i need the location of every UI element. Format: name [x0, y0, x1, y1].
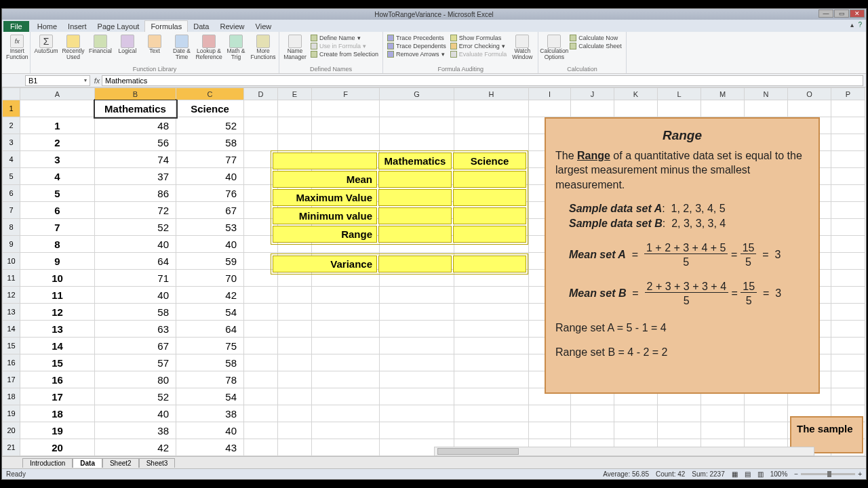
status-sum: Sum: 2237 [692, 470, 724, 478]
mean-a: Mean set A = 1 + 2 + 3 + 4 + 55 = 155 = … [555, 241, 809, 270]
col-header[interactable]: H [454, 88, 529, 100]
help-icon[interactable]: ? [858, 21, 862, 28]
formula-input[interactable]: Mathematics [102, 75, 863, 86]
excel-window: HowToRangeVariance - Microsoft Excel — ▭… [1, 8, 867, 480]
range-b: Range set B = 4 - 2 = 2 [555, 345, 809, 360]
window-title: HowToRangeVariance - Microsoft Excel [374, 11, 493, 18]
name-box[interactable]: B1▾ [25, 75, 90, 86]
sample-b: Sample data set B: 2, 3, 3, 3, 4 [555, 216, 809, 231]
sheet-tab[interactable]: Sheet3 [139, 458, 176, 468]
status-ready: Ready [6, 470, 26, 478]
create-from-selection-button[interactable]: Create from Selection [311, 51, 378, 58]
trace-precedents-button[interactable]: Trace Precedents [387, 35, 446, 41]
window-controls: — ▭ ✕ [818, 9, 865, 18]
explain-title: Range [555, 127, 809, 148]
col-header[interactable]: B [95, 88, 176, 100]
col-header[interactable]: D [244, 88, 278, 100]
financial-button[interactable]: Financial [89, 35, 112, 54]
watch-window-button[interactable]: Watch Window [511, 35, 534, 60]
calculate-sheet-button[interactable]: Calculate Sheet [570, 43, 622, 49]
col-header[interactable]: E [278, 88, 312, 100]
stats-row-min: Minimum value [273, 207, 377, 224]
col-header[interactable]: P [831, 88, 865, 100]
evaluate-formula-button[interactable]: Evaluate Formula [450, 51, 507, 58]
col-header[interactable]: A [20, 88, 95, 100]
col-header[interactable]: G [380, 88, 454, 100]
select-all-corner[interactable] [3, 88, 20, 100]
minimize-button[interactable]: — [818, 9, 833, 18]
show-formulas-button[interactable]: Show Formulas [450, 35, 507, 41]
close-button[interactable]: ✕ [850, 9, 865, 18]
ribbon-help-icons: ▴ ? [850, 21, 862, 28]
stats-row-mean: Mean [273, 171, 377, 188]
zoom-slider[interactable]: −+ [794, 470, 862, 478]
group-label-defined-names: Defined Names [283, 65, 378, 73]
tab-page-layout[interactable]: Page Layout [92, 21, 145, 32]
stats-row-max: Maximum Value [273, 189, 377, 206]
calculate-now-button[interactable]: Calculate Now [570, 35, 622, 41]
col-header[interactable]: C [176, 88, 244, 100]
variance-table[interactable]: Variance [271, 253, 528, 274]
stats-header-sci: Science [453, 152, 526, 169]
formula-bar: B1▾ fx Mathematics [2, 74, 866, 87]
col-header[interactable]: K [614, 88, 658, 100]
recently-used-button[interactable]: Recently Used [62, 35, 85, 60]
sheet-tab[interactable]: Introduction [22, 458, 73, 468]
define-name-button[interactable]: Define Name ▾ [311, 35, 378, 41]
text-button[interactable]: Text [143, 35, 166, 54]
group-label-function-library: Function Library [35, 65, 275, 73]
sheet-tabs: Introduction Data Sheet2 Sheet3 [2, 456, 866, 468]
col-header[interactable]: I [529, 88, 571, 100]
worksheet-area: A B C D E F G H I J K L M N O P 1Mathema… [2, 87, 866, 456]
chevron-down-icon[interactable]: ▾ [84, 77, 87, 83]
more-functions-button[interactable]: More Functions [252, 35, 275, 60]
title-bar: HowToRangeVariance - Microsoft Excel — ▭… [2, 9, 866, 20]
col-header[interactable]: O [788, 88, 831, 100]
use-in-formula-button[interactable]: Use in Formula ▾ [311, 43, 378, 49]
col-header[interactable]: F [312, 88, 380, 100]
trace-dependents-button[interactable]: Trace Dependents [387, 43, 446, 49]
logical-button[interactable]: Logical [116, 35, 139, 54]
minimize-ribbon-icon[interactable]: ▴ [850, 21, 854, 28]
status-bar: Ready Average: 56.85 Count: 42 Sum: 2237… [2, 468, 866, 479]
col-header[interactable]: N [745, 88, 788, 100]
file-tab[interactable]: File [3, 21, 29, 32]
horizontal-scrollbar[interactable] [434, 447, 814, 456]
col-header[interactable]: J [571, 88, 614, 100]
ribbon-tabs: File Home Insert Page Layout Formulas Da… [2, 20, 866, 32]
name-manager-button[interactable]: Name Manager [283, 35, 307, 60]
sheet-tab[interactable]: Data [73, 458, 102, 468]
autosum-button[interactable]: ΣAutoSum [35, 35, 58, 54]
sample-a: Sample data set A: 1, 2, 3, 4, 5 [555, 201, 809, 216]
group-label-formula-auditing: Formula Auditing [387, 65, 534, 73]
remove-arrows-button[interactable]: Remove Arrows ▾ [387, 51, 446, 58]
tab-review[interactable]: Review [214, 21, 250, 32]
tab-home[interactable]: Home [32, 21, 62, 32]
maximize-button[interactable]: ▭ [834, 9, 849, 18]
view-normal-icon[interactable]: ▦ [732, 470, 738, 478]
insert-function-button[interactable]: fxInsert Function [6, 35, 28, 60]
range-a: Range set A = 5 - 1 = 4 [555, 321, 809, 336]
fx-icon[interactable]: fx [92, 77, 102, 85]
col-header[interactable]: L [658, 88, 701, 100]
explain-paragraph: The Range of a quantitative data set is … [555, 148, 809, 192]
stats-header-math: Mathematics [378, 152, 452, 169]
lookup-button[interactable]: Lookup & Reference [197, 35, 220, 60]
sheet-tab[interactable]: Sheet2 [102, 458, 139, 468]
tab-insert[interactable]: Insert [62, 21, 92, 32]
tab-view[interactable]: View [250, 21, 277, 32]
error-checking-button[interactable]: Error Checking ▾ [450, 43, 507, 49]
ribbon: fxInsert Function ΣAutoSum Recently Used… [2, 32, 866, 74]
col-header[interactable]: M [701, 88, 745, 100]
date-time-button[interactable]: Date & Time [170, 35, 193, 60]
status-average: Average: 56.85 [603, 470, 649, 478]
stats-row-range: Range [273, 226, 377, 243]
view-layout-icon[interactable]: ▤ [745, 470, 751, 478]
view-break-icon[interactable]: ▥ [757, 470, 764, 478]
zoom-level[interactable]: 100% [770, 470, 788, 478]
tab-data[interactable]: Data [188, 21, 214, 32]
tab-formulas[interactable]: Formulas [144, 20, 188, 32]
stats-table[interactable]: MathematicsScience Mean Maximum Value Mi… [271, 150, 528, 245]
math-trig-button[interactable]: Math & Trig [224, 35, 248, 60]
calc-options-button[interactable]: Calculation Options [542, 35, 566, 60]
